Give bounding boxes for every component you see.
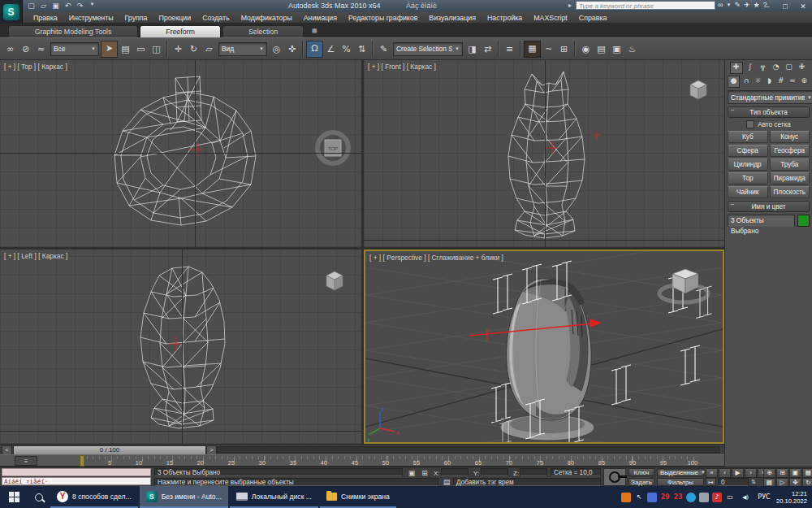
viewport-perspective[interactable]: [ + ] [ Perspective ] [ Сглаживание + бл… [364, 250, 724, 444]
viewport-perspective-label[interactable]: [ + ] [ Perspective ] [ Сглаживание + бл… [369, 254, 503, 262]
schematic-view-icon[interactable]: ⊞ [556, 41, 572, 57]
shapes-category-icon[interactable]: ∩ [741, 76, 751, 86]
auto-key-button[interactable]: Ключ [628, 468, 654, 476]
teapot-button[interactable]: Чайник [728, 186, 768, 198]
tray-audio-icon[interactable]: ♪ [712, 493, 722, 502]
align-icon[interactable]: ⇄ [480, 41, 495, 57]
next-frame-button[interactable]: › [745, 468, 757, 478]
geometry-category-icon[interactable]: ● [728, 76, 740, 88]
menu-tools[interactable]: Инструменты [63, 14, 119, 22]
named-selection-sets-dropdown[interactable]: Create Selection Se▼ [393, 42, 463, 56]
object-type-rollout[interactable]: − Тип объекта [728, 106, 810, 118]
menu-maxscript[interactable]: MAXScript [528, 14, 573, 22]
current-frame-field[interactable]: 0 [718, 478, 749, 486]
layer-manager-icon[interactable]: ≡ [502, 41, 517, 57]
curve-editor-icon[interactable]: ~ [541, 41, 556, 57]
selected-filter-dropdown[interactable]: Выделенные▼ [657, 468, 704, 476]
tab-graphite-modeling-tools[interactable]: Graphite Modeling Tools [8, 25, 138, 37]
tube-button[interactable]: Труба [770, 158, 810, 171]
set-key-button[interactable]: Задать [628, 478, 654, 486]
task-3dsmax[interactable]: S Без имени - Auto... [140, 486, 228, 508]
task-explorer[interactable]: Локальный диск ... [230, 486, 318, 508]
communication-center-icon[interactable]: ✈ [744, 1, 750, 9]
plane-button[interactable]: Плоскость [770, 186, 810, 198]
menu-modifiers[interactable]: Модификаторы [235, 14, 298, 22]
primitive-category-dropdown[interactable]: Стандартные примитивы ▼ [728, 90, 812, 104]
tray-display-icon[interactable]: ▭ [725, 493, 735, 502]
helpers-category-icon[interactable]: # [775, 76, 786, 86]
tray-app-blue-icon[interactable] [647, 493, 657, 502]
search-input[interactable]: Type a keyword or phrase [576, 1, 715, 10]
select-and-link-icon[interactable]: ∞ [2, 41, 18, 57]
auto-key-icon[interactable] [603, 468, 626, 486]
y-coordinate-field[interactable] [481, 468, 508, 476]
window-crossing-icon[interactable]: ◫ [149, 41, 164, 57]
menu-create[interactable]: Создать [197, 14, 235, 22]
spinner-snap-icon[interactable]: ⇅ [354, 41, 369, 57]
select-by-name-icon[interactable]: ▤ [118, 41, 133, 57]
bind-to-spacewarp-icon[interactable]: ≈ [33, 41, 49, 57]
viewport-front-label[interactable]: [ + ] [ Front ] [ Каркас ] [368, 63, 436, 71]
search-scope-icon[interactable]: ∞ [718, 1, 723, 9]
tray-app-circle-icon[interactable] [686, 493, 696, 502]
play-button[interactable]: ▶ [732, 468, 744, 478]
taskbar-search-button[interactable] [28, 493, 50, 501]
select-and-manipulate-icon[interactable]: ✜ [284, 41, 300, 57]
tray-cursor-icon[interactable]: ↖ [634, 493, 644, 502]
task-screenshots-folder[interactable]: Снимки экрана [320, 486, 396, 508]
pyramid-button[interactable]: Пирамида [770, 172, 810, 185]
angle-snap-icon[interactable]: ∠ [323, 41, 339, 57]
menu-edit[interactable]: Правка [28, 14, 63, 22]
use-pivot-center-icon[interactable]: ◎ [269, 41, 284, 57]
minimize-button[interactable]: – [758, 2, 776, 11]
z-coordinate-field[interactable] [520, 468, 547, 476]
menu-animation[interactable]: Анимация [298, 14, 343, 22]
mirror-icon[interactable]: ◨ [464, 41, 480, 57]
name-color-rollout[interactable]: − Имя и цвет [728, 201, 810, 212]
go-to-start-button[interactable]: « [706, 468, 718, 478]
spacewarps-category-icon[interactable]: ≈ [787, 76, 797, 86]
cylinder-button[interactable]: Цилиндр [728, 158, 768, 171]
tab-freeform[interactable]: Freeform [140, 25, 221, 37]
modify-panel-icon[interactable]: ∫ [745, 62, 756, 72]
menu-rendering[interactable]: Визуализация [423, 14, 482, 22]
menu-group[interactable]: Группа [119, 14, 153, 22]
zoom-all-icon[interactable]: ⊞ [776, 468, 788, 478]
mini-curve-editor-icon[interactable]: ≡ [15, 456, 37, 466]
rendered-frame-window-icon[interactable]: ▣ [609, 41, 624, 57]
key-mode-toggle[interactable]: ↦ [706, 478, 716, 486]
create-panel-icon[interactable]: ✚ [730, 62, 743, 74]
workspace-dropdown-icon[interactable]: ▼ [87, 2, 97, 10]
close-button[interactable]: ✕ [794, 2, 812, 11]
cameras-category-icon[interactable]: ◗ [764, 76, 775, 86]
select-and-rotate-icon[interactable]: ↻ [186, 41, 201, 57]
utilities-panel-icon[interactable]: ✙ [797, 62, 808, 72]
cone-button[interactable]: Конус [770, 131, 810, 143]
systems-category-icon[interactable]: ⊕ [799, 76, 810, 86]
render-setup-icon[interactable]: ▤ [594, 41, 609, 57]
zoom-extents-all-icon[interactable]: ▦ [802, 468, 812, 478]
tab-selection[interactable]: Selection [222, 25, 304, 37]
menu-help[interactable]: Справка [573, 14, 613, 22]
display-panel-icon[interactable]: ▢ [784, 62, 795, 72]
selection-filter-dropdown[interactable]: Все▼ [50, 42, 99, 56]
restore-button[interactable]: □ [776, 2, 794, 11]
tray-temp1[interactable]: 29 [660, 493, 670, 502]
render-production-icon[interactable]: ♨ [624, 41, 640, 57]
menu-views[interactable]: Проекции [153, 14, 197, 22]
previous-frame-button[interactable]: ‹ [719, 468, 731, 478]
viewport-top-label[interactable]: [ + ] [ Top ] [ Каркас ] [4, 63, 67, 71]
viewcube-top[interactable]: TOP [313, 128, 352, 167]
viewcube-front[interactable] [682, 73, 715, 106]
maxscript-listener-pink[interactable] [2, 468, 151, 476]
viewport-left[interactable]: [ + ] [ Left ] [ Каркас ] [0, 250, 361, 444]
selection-region-icon[interactable]: ▭ [133, 41, 149, 57]
key-filters-button[interactable]: Фильтры ключей [657, 478, 704, 486]
zoom-extents-icon[interactable]: ▣ [789, 468, 801, 478]
tray-app-orange-icon[interactable] [621, 493, 631, 502]
x-coordinate-field[interactable] [441, 468, 469, 476]
tray-temp2[interactable]: 23 [673, 493, 683, 502]
absolute-mode-icon[interactable]: ⊞ [420, 469, 430, 477]
search-scope-caret-icon[interactable]: ▼ [726, 2, 731, 7]
frame-spinner-icon[interactable]: ⇅ [750, 479, 757, 485]
